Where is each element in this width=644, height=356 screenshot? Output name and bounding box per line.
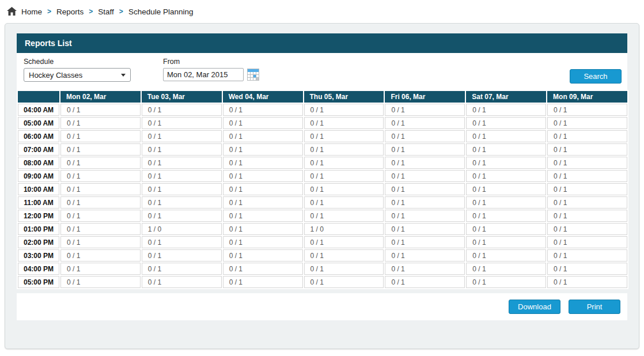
schedule-field-group: Schedule Hockey Classes bbox=[24, 58, 131, 82]
table-footer: Download Print bbox=[17, 293, 627, 320]
value-cell: 1 / 0 bbox=[142, 223, 222, 235]
value-cell: 0 / 1 bbox=[223, 143, 303, 156]
from-field-group: From bbox=[163, 58, 259, 81]
value-cell: 0 / 1 bbox=[385, 157, 465, 169]
reports-container: Reports List Schedule Hockey Classes Fro… bbox=[5, 23, 639, 349]
print-button[interactable]: Print bbox=[569, 300, 620, 314]
search-button[interactable]: Search bbox=[570, 69, 622, 84]
table-row: 04:00 AM0 / 10 / 10 / 10 / 10 / 10 / 10 … bbox=[18, 104, 627, 116]
value-cell: 0 / 1 bbox=[304, 130, 384, 142]
table-row: 01:00 PM0 / 11 / 00 / 11 / 00 / 10 / 10 … bbox=[18, 223, 627, 235]
time-cell: 06:00 AM bbox=[18, 130, 59, 142]
chevron-down-icon bbox=[121, 74, 126, 77]
value-cell: 0 / 1 bbox=[385, 130, 465, 142]
value-cell: 0 / 1 bbox=[547, 170, 627, 182]
column-header: Mon 09, Mar bbox=[547, 91, 627, 103]
column-header: Tue 03, Mar bbox=[142, 91, 222, 103]
home-icon[interactable] bbox=[7, 7, 17, 16]
value-cell: 0 / 1 bbox=[304, 104, 384, 116]
value-cell: 0 / 1 bbox=[223, 183, 303, 195]
column-header: Wed 04, Mar bbox=[223, 91, 303, 103]
value-cell: 0 / 1 bbox=[466, 236, 546, 248]
value-cell: 0 / 1 bbox=[60, 104, 141, 116]
value-cell: 0 / 1 bbox=[304, 210, 384, 222]
value-cell: 0 / 1 bbox=[60, 249, 141, 262]
value-cell: 0 / 1 bbox=[60, 130, 141, 142]
value-cell: 0 / 1 bbox=[547, 143, 627, 156]
time-cell: 05:00 PM bbox=[18, 276, 59, 288]
table-row: 07:00 AM0 / 10 / 10 / 10 / 10 / 10 / 10 … bbox=[18, 143, 627, 156]
value-cell: 0 / 1 bbox=[385, 263, 465, 275]
table-row: 09:00 AM0 / 10 / 10 / 10 / 10 / 10 / 10 … bbox=[18, 170, 627, 182]
value-cell: 0 / 1 bbox=[466, 196, 546, 209]
value-cell: 0 / 1 bbox=[466, 143, 546, 156]
table-row: 03:00 PM0 / 10 / 10 / 10 / 10 / 10 / 10 … bbox=[18, 249, 627, 262]
value-cell: 0 / 1 bbox=[60, 117, 141, 129]
table-row: 04:00 PM0 / 10 / 10 / 10 / 10 / 10 / 10 … bbox=[18, 263, 627, 275]
value-cell: 0 / 1 bbox=[385, 143, 465, 156]
value-cell: 0 / 1 bbox=[385, 210, 465, 222]
value-cell: 0 / 1 bbox=[547, 130, 627, 142]
value-cell: 0 / 1 bbox=[547, 157, 627, 169]
value-cell: 0 / 1 bbox=[142, 170, 222, 182]
value-cell: 0 / 1 bbox=[142, 236, 222, 248]
schedule-select[interactable]: Hockey Classes bbox=[24, 68, 131, 82]
time-cell: 11:00 AM bbox=[18, 196, 59, 209]
table-row: 08:00 AM0 / 10 / 10 / 10 / 10 / 10 / 10 … bbox=[18, 157, 627, 169]
column-header: Fri 06, Mar bbox=[385, 91, 465, 103]
table-row: 02:00 PM0 / 10 / 10 / 10 / 10 / 10 / 10 … bbox=[18, 236, 627, 248]
from-date-input[interactable] bbox=[163, 68, 244, 81]
value-cell: 0 / 1 bbox=[466, 263, 546, 275]
value-cell: 1 / 0 bbox=[304, 223, 384, 235]
value-cell: 0 / 1 bbox=[60, 236, 141, 248]
breadcrumb-item-reports[interactable]: Reports bbox=[56, 7, 84, 16]
value-cell: 0 / 1 bbox=[60, 157, 141, 169]
breadcrumb-item-staff[interactable]: Staff bbox=[98, 7, 114, 16]
value-cell: 0 / 1 bbox=[547, 104, 627, 116]
value-cell: 0 / 1 bbox=[223, 170, 303, 182]
breadcrumb-item-home[interactable]: Home bbox=[21, 7, 42, 16]
value-cell: 0 / 1 bbox=[466, 170, 546, 182]
value-cell: 0 / 1 bbox=[60, 276, 141, 288]
value-cell: 0 / 1 bbox=[304, 236, 384, 248]
value-cell: 0 / 1 bbox=[223, 157, 303, 169]
value-cell: 0 / 1 bbox=[547, 183, 627, 195]
value-cell: 0 / 1 bbox=[547, 263, 627, 275]
panel-title: Reports List bbox=[17, 33, 627, 53]
value-cell: 0 / 1 bbox=[304, 157, 384, 169]
table-row: 11:00 AM0 / 10 / 10 / 10 / 10 / 10 / 10 … bbox=[18, 196, 627, 209]
value-cell: 0 / 1 bbox=[547, 117, 627, 129]
value-cell: 0 / 1 bbox=[142, 276, 222, 288]
value-cell: 0 / 1 bbox=[304, 263, 384, 275]
time-cell: 07:00 AM bbox=[18, 143, 59, 156]
time-cell: 03:00 PM bbox=[18, 249, 59, 262]
value-cell: 0 / 1 bbox=[223, 210, 303, 222]
column-header: Sat 07, Mar bbox=[466, 91, 546, 103]
value-cell: 0 / 1 bbox=[304, 196, 384, 209]
schedule-table-head: Mon 02, MarTue 03, MarWed 04, MarThu 05,… bbox=[18, 91, 627, 103]
value-cell: 0 / 1 bbox=[385, 183, 465, 195]
value-cell: 0 / 1 bbox=[466, 276, 546, 288]
value-cell: 0 / 1 bbox=[60, 183, 141, 195]
value-cell: 0 / 1 bbox=[547, 210, 627, 222]
value-cell: 0 / 1 bbox=[385, 196, 465, 209]
value-cell: 0 / 1 bbox=[142, 157, 222, 169]
filter-area: Schedule Hockey Classes From bbox=[17, 53, 627, 90]
value-cell: 0 / 1 bbox=[385, 249, 465, 262]
value-cell: 0 / 1 bbox=[304, 249, 384, 262]
value-cell: 0 / 1 bbox=[385, 170, 465, 182]
value-cell: 0 / 1 bbox=[385, 117, 465, 129]
value-cell: 0 / 1 bbox=[142, 183, 222, 195]
value-cell: 0 / 1 bbox=[223, 276, 303, 288]
download-button[interactable]: Download bbox=[509, 300, 560, 314]
calendar-icon[interactable] bbox=[247, 69, 259, 81]
value-cell: 0 / 1 bbox=[60, 143, 141, 156]
value-cell: 0 / 1 bbox=[466, 249, 546, 262]
from-label: From bbox=[163, 58, 259, 66]
value-cell: 0 / 1 bbox=[304, 143, 384, 156]
value-cell: 0 / 1 bbox=[466, 130, 546, 142]
value-cell: 0 / 1 bbox=[223, 249, 303, 262]
column-header bbox=[18, 91, 59, 103]
value-cell: 0 / 1 bbox=[142, 196, 222, 209]
value-cell: 0 / 1 bbox=[466, 183, 546, 195]
